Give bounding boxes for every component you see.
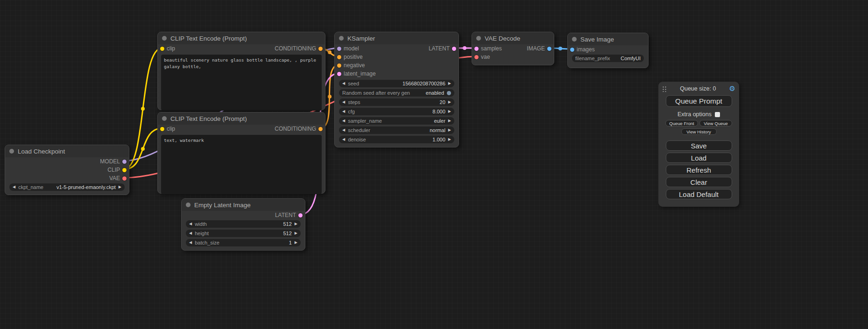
arrow-left-icon[interactable]: ◀ — [13, 185, 15, 189]
arrow-left-icon[interactable]: ◀ — [342, 138, 345, 141]
toggle-indicator-icon[interactable] — [447, 91, 451, 95]
node-graph-canvas[interactable]: Load Checkpoint MODEL CLIP VAE ◀ ckpt_na… — [0, 0, 868, 329]
port-latent-image-input[interactable] — [337, 72, 341, 76]
collapse-dot-icon[interactable] — [9, 149, 14, 154]
port-samples-input[interactable] — [474, 47, 479, 51]
node-ksampler[interactable]: KSampler model LATENT positive negative … — [334, 32, 459, 147]
port-model-input[interactable] — [337, 47, 341, 51]
port-clip-input[interactable] — [160, 47, 164, 51]
comfy-menu-panel[interactable]: Queue size: 0 ⚙ Queue Prompt Extra optio… — [658, 82, 739, 207]
collapse-dot-icon[interactable] — [186, 203, 191, 207]
port-conditioning-output[interactable] — [318, 47, 323, 51]
queue-front-button[interactable]: Queue Front — [665, 120, 698, 126]
port-image-output[interactable] — [547, 47, 551, 51]
widget-value: normal — [430, 127, 445, 133]
drag-handle-icon[interactable] — [662, 85, 667, 92]
collapse-dot-icon[interactable] — [476, 36, 481, 41]
arrow-right-icon[interactable]: ▶ — [448, 110, 451, 113]
widget-value: enabled — [426, 90, 444, 96]
collapse-dot-icon[interactable] — [162, 36, 167, 41]
port-vae-input[interactable] — [474, 55, 479, 59]
collapse-dot-icon[interactable] — [339, 36, 344, 41]
node-clip-text-encode-positive[interactable]: CLIP Text Encode (Prompt) clip CONDITION… — [157, 32, 325, 110]
widget-control-after-generate[interactable]: Random seed after every gen enabled — [339, 89, 454, 97]
collapse-dot-icon[interactable] — [572, 37, 577, 42]
output-label-conditioning: CONDITIONING — [275, 126, 316, 132]
node-title-bar[interactable]: CLIP Text Encode (Prompt) — [158, 32, 325, 44]
widget-cfg[interactable]: ◀ cfg 8.000 ▶ — [339, 108, 454, 115]
refresh-button[interactable]: Refresh — [666, 165, 732, 175]
collapse-dot-icon[interactable] — [162, 116, 167, 121]
port-latent-output[interactable] — [452, 47, 456, 51]
arrow-left-icon[interactable]: ◀ — [189, 231, 192, 235]
view-queue-button[interactable]: View Queue — [699, 120, 732, 126]
arrow-right-icon[interactable]: ▶ — [119, 185, 121, 189]
arrow-right-icon[interactable]: ▶ — [295, 241, 297, 245]
port-positive-input[interactable] — [337, 55, 341, 59]
node-load-checkpoint[interactable]: Load Checkpoint MODEL CLIP VAE ◀ ckpt_na… — [5, 145, 129, 195]
widget-filename-prefix[interactable]: filename_prefix ComfyUI — [572, 55, 644, 62]
port-clip-output[interactable] — [122, 168, 127, 172]
arrow-left-icon[interactable]: ◀ — [342, 128, 345, 132]
port-clip-input[interactable] — [160, 127, 164, 131]
widget-label: ckpt_name — [18, 184, 43, 190]
arrow-right-icon[interactable]: ▶ — [295, 231, 297, 235]
input-label-samples: samples — [481, 45, 502, 52]
port-images-input[interactable] — [570, 48, 574, 52]
arrow-right-icon[interactable]: ▶ — [448, 100, 451, 104]
widget-seed[interactable]: ◀ seed 156680208700286 ▶ — [339, 80, 454, 87]
slot-row: MODEL — [5, 157, 129, 166]
node-title-bar[interactable]: Save Image — [568, 33, 648, 45]
extra-options-checkbox[interactable] — [715, 112, 720, 117]
widget-sampler-name[interactable]: ◀ sampler_name euler ▶ — [339, 117, 454, 125]
arrow-right-icon[interactable]: ▶ — [295, 222, 297, 226]
port-model-output[interactable] — [122, 160, 127, 164]
arrow-right-icon[interactable]: ▶ — [448, 119, 451, 123]
node-title-bar[interactable]: Load Checkpoint — [5, 145, 129, 157]
node-title-bar[interactable]: KSampler — [335, 32, 459, 44]
node-save-image[interactable]: Save Image images filename_prefix ComfyU… — [567, 33, 649, 68]
widget-value: 8.000 — [432, 109, 445, 114]
widget-denoise[interactable]: ◀ denoise 1.000 ▶ — [339, 136, 454, 143]
load-button[interactable]: Load — [666, 153, 732, 163]
arrow-left-icon[interactable]: ◀ — [342, 110, 345, 113]
save-button[interactable]: Save — [666, 140, 732, 151]
arrow-left-icon[interactable]: ◀ — [189, 241, 192, 245]
port-negative-input[interactable] — [337, 63, 341, 68]
widget-steps[interactable]: ◀ steps 20 ▶ — [339, 98, 454, 106]
node-title-bar[interactable]: VAE Decode — [472, 32, 554, 44]
widget-scheduler[interactable]: ◀ scheduler normal ▶ — [339, 126, 454, 134]
widget-batch-size[interactable]: ◀ batch_size 1 ▶ — [186, 239, 301, 246]
positive-prompt-textarea[interactable]: beautiful scenery nature glass bottle la… — [161, 55, 322, 111]
node-title: VAE Decode — [485, 35, 520, 42]
port-latent-output[interactable] — [298, 213, 303, 217]
view-history-button[interactable]: View History — [681, 128, 717, 135]
negative-prompt-textarea[interactable]: text, watermark — [161, 135, 322, 194]
arrow-right-icon[interactable]: ▶ — [448, 138, 451, 141]
node-clip-text-encode-negative[interactable]: CLIP Text Encode (Prompt) clip CONDITION… — [157, 112, 325, 194]
link-midpoint-dot — [558, 47, 562, 50]
clear-button[interactable]: Clear — [666, 177, 732, 187]
arrow-right-icon[interactable]: ▶ — [448, 128, 451, 132]
widget-ckpt-name[interactable]: ◀ ckpt_name v1-5-pruned-emaonly.ckpt ▶ — [9, 183, 125, 191]
input-label-clip: clip — [167, 45, 175, 52]
load-default-button[interactable]: Load Default — [666, 189, 732, 199]
widget-height[interactable]: ◀ height 512 ▶ — [186, 230, 301, 237]
arrow-left-icon[interactable]: ◀ — [342, 82, 345, 85]
arrow-left-icon[interactable]: ◀ — [342, 119, 345, 123]
widget-label: filename_prefix — [575, 56, 610, 61]
node-vae-decode[interactable]: VAE Decode samples IMAGE vae — [472, 32, 554, 65]
widget-label: steps — [348, 99, 360, 105]
node-empty-latent-image[interactable]: Empty Latent Image LATENT ◀ width 512 ▶ … — [181, 198, 305, 251]
node-title-bar[interactable]: CLIP Text Encode (Prompt) — [158, 112, 325, 125]
port-vae-output[interactable] — [122, 176, 127, 181]
arrow-right-icon[interactable]: ▶ — [448, 82, 451, 85]
port-conditioning-output[interactable] — [318, 127, 323, 131]
output-label-image: IMAGE — [527, 45, 545, 52]
arrow-left-icon[interactable]: ◀ — [342, 100, 345, 104]
queue-prompt-button[interactable]: Queue Prompt — [666, 95, 732, 107]
widget-width[interactable]: ◀ width 512 ▶ — [186, 220, 301, 228]
node-title-bar[interactable]: Empty Latent Image — [182, 199, 305, 211]
settings-gear-icon[interactable]: ⚙ — [729, 85, 735, 92]
arrow-left-icon[interactable]: ◀ — [189, 222, 192, 226]
